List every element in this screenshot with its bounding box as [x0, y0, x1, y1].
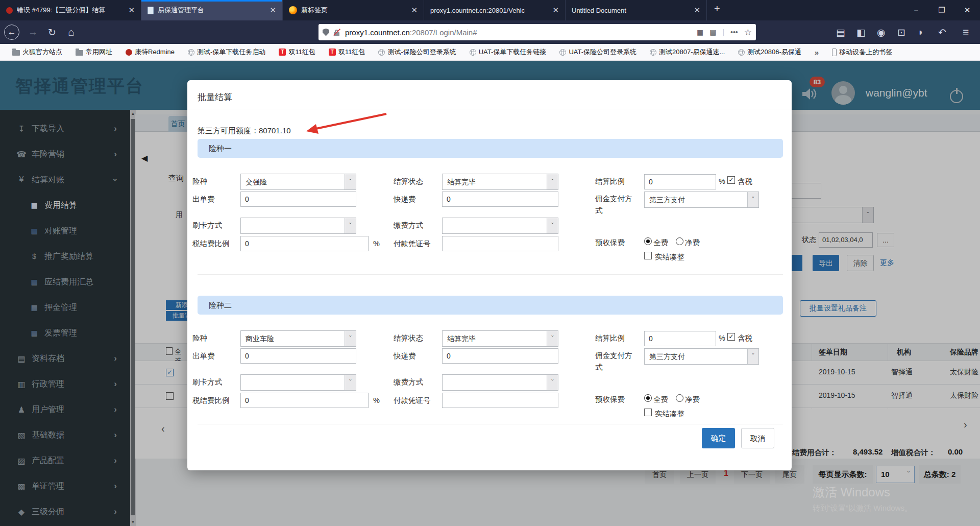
- sidebar-toggle-icon[interactable]: ◧: [856, 27, 866, 38]
- url-bar[interactable]: proxy1.countnet.cn :20807/Login/Main# ▦ …: [318, 24, 756, 40]
- chevron-down-icon[interactable]: ˇ: [547, 218, 558, 233]
- net-fee-radio[interactable]: [676, 237, 683, 245]
- bookmark-star-icon[interactable]: ☆: [744, 27, 752, 38]
- windows-activation-watermark: 激活 Windows: [813, 484, 890, 500]
- browser-tab[interactable]: 新标签页✕: [283, 0, 424, 20]
- input-field[interactable]: 0: [240, 393, 369, 408]
- browser-tab[interactable]: 易保通管理平台✕: [141, 0, 283, 20]
- bookmark-item[interactable]: 康特Redmine: [126, 47, 175, 57]
- bookmark-item[interactable]: 火狐官方站点: [12, 47, 62, 57]
- section-header-band: 险种二: [198, 296, 783, 315]
- browser-tab[interactable]: Untitled Document✕: [566, 0, 707, 20]
- account-icon[interactable]: ◉: [877, 27, 886, 38]
- input-field[interactable]: 0: [644, 331, 716, 346]
- select-field[interactable]: 第三方支付ˇ: [644, 192, 759, 208]
- select-value: 第三方支付: [649, 352, 685, 361]
- new-tab-button[interactable]: +: [707, 0, 727, 20]
- browser-tab[interactable]: proxy1.countnet.cn:20801/Vehic✕: [424, 0, 566, 20]
- bookmarks-overflow-chevron[interactable]: »: [815, 48, 819, 57]
- chevron-down-icon[interactable]: ˇ: [345, 331, 356, 346]
- select-field[interactable]: ˇ: [442, 374, 558, 391]
- globe-icon: [650, 49, 656, 56]
- chevron-down-icon[interactable]: ˇ: [547, 375, 558, 390]
- round-checkbox[interactable]: [644, 252, 652, 259]
- input-field[interactable]: 0: [240, 192, 356, 207]
- select-field[interactable]: 结算完毕ˇ: [442, 174, 558, 190]
- bookmark-item[interactable]: UAT-保单下载任务链接: [470, 47, 547, 57]
- bookmark-item[interactable]: T双11红包: [329, 47, 365, 57]
- select-field[interactable]: ˇ: [240, 374, 356, 391]
- input-field[interactable]: 0: [240, 348, 356, 364]
- bookmark-item[interactable]: 测试-保单下载任务启动: [188, 47, 265, 57]
- round-checkbox[interactable]: [644, 409, 652, 416]
- home-button[interactable]: ⌂: [68, 26, 75, 38]
- forward-button[interactable]: →: [28, 27, 38, 38]
- bookmark-label: 移动设备上的书签: [839, 47, 892, 57]
- input-field[interactable]: 0: [442, 348, 558, 364]
- bookmark-item[interactable]: UAT-保险公司登录系统: [559, 47, 636, 57]
- chat-icon[interactable]: ◗: [918, 27, 923, 38]
- select-field[interactable]: 结算完毕ˇ: [442, 330, 558, 347]
- chevron-down-icon[interactable]: ˇ: [547, 331, 558, 346]
- input-field[interactable]: 0: [240, 236, 369, 251]
- input-field[interactable]: 0: [644, 174, 716, 189]
- chevron-down-icon[interactable]: ˇ: [547, 174, 558, 189]
- chevron-down-icon[interactable]: ˇ: [345, 174, 356, 189]
- tab-close-icon[interactable]: ✕: [268, 6, 277, 15]
- reader-mode-icon[interactable]: ▤: [709, 28, 716, 36]
- full-fee-label: 全费: [653, 238, 668, 248]
- browser-tab[interactable]: 错误 #4799:【三级分佣】结算✕: [0, 0, 141, 20]
- chevron-down-icon[interactable]: ˇ: [747, 349, 758, 364]
- tab-close-icon[interactable]: ✕: [410, 6, 419, 15]
- select-field[interactable]: ˇ: [240, 218, 356, 234]
- full-fee-radio[interactable]: [644, 394, 652, 402]
- tax-checkbox[interactable]: ✓: [727, 176, 735, 184]
- library-icon[interactable]: ▤: [836, 27, 845, 38]
- select-field[interactable]: 第三方支付ˇ: [644, 348, 759, 365]
- back-button[interactable]: ←: [4, 25, 19, 40]
- round-label: 实结凑整: [655, 252, 684, 262]
- field-label: 税结费比例: [192, 239, 230, 249]
- tab-close-icon[interactable]: ✕: [693, 6, 701, 15]
- cancel-button[interactable]: 取消: [741, 428, 774, 448]
- select-field[interactable]: 商业车险ˇ: [240, 330, 356, 347]
- input-field[interactable]: [442, 236, 558, 251]
- screenshot-icon[interactable]: ⊡: [897, 27, 905, 38]
- bookmark-item[interactable]: 测试-保险公司登录系统: [378, 47, 456, 57]
- bookmark-item[interactable]: 常用网址: [76, 47, 112, 57]
- shield-icon[interactable]: [323, 29, 329, 36]
- bookmark-label: UAT-保险公司登录系统: [569, 47, 636, 57]
- select-value: 结算完毕: [447, 178, 476, 186]
- bookmark-item[interactable]: T双11红包: [279, 47, 315, 57]
- confirm-button[interactable]: 确定: [702, 428, 735, 448]
- reload-button[interactable]: ↻: [48, 27, 56, 38]
- chevron-down-icon[interactable]: ˇ: [345, 218, 356, 233]
- bookmark-label: 康特Redmine: [135, 47, 175, 57]
- restore-button[interactable]: ❐: [929, 0, 954, 20]
- chevron-down-icon[interactable]: ˇ: [747, 192, 758, 207]
- mobile-bookmarks[interactable]: 移动设备上的书签: [832, 47, 892, 57]
- chevron-down-icon[interactable]: ˇ: [345, 375, 356, 390]
- input-field[interactable]: 0: [442, 192, 558, 207]
- input-field[interactable]: [442, 393, 558, 408]
- page-actions-icon[interactable]: •••: [730, 28, 738, 36]
- menu-icon[interactable]: ≡: [963, 26, 969, 38]
- tab-title: proxy1.countnet.cn:20801/Vehic: [430, 7, 547, 14]
- send-tab-icon[interactable]: ↶: [938, 27, 946, 38]
- field-label: 结算比例: [595, 177, 625, 186]
- tab-close-icon[interactable]: ✕: [127, 6, 136, 15]
- minimize-button[interactable]: −: [903, 0, 929, 20]
- tax-checkbox[interactable]: ✓: [727, 333, 735, 341]
- net-fee-radio[interactable]: [676, 394, 683, 402]
- bookmark-item[interactable]: 测试20806-易保通: [738, 47, 801, 57]
- qr-icon[interactable]: ▦: [697, 28, 703, 36]
- insurance-section: 险种一险种交强险ˇ结算状态结算完毕ˇ结算比例0%✓含税出单费0快递费0佣金支付方…: [187, 139, 792, 267]
- tab-close-icon[interactable]: ✕: [551, 6, 560, 15]
- close-window-button[interactable]: ✕: [954, 0, 980, 20]
- field-label: 佣金支付方式: [595, 350, 639, 373]
- full-fee-radio[interactable]: [644, 237, 652, 245]
- select-field[interactable]: 交强险ˇ: [240, 174, 356, 190]
- bookmark-item[interactable]: 测试20807-易保通速...: [650, 47, 725, 57]
- batch-settlement-modal: 批量结算 第三方可用额度：80701.10 确定 取消 险种一险种交强险ˇ结算状…: [187, 80, 792, 470]
- select-field[interactable]: ˇ: [442, 218, 558, 234]
